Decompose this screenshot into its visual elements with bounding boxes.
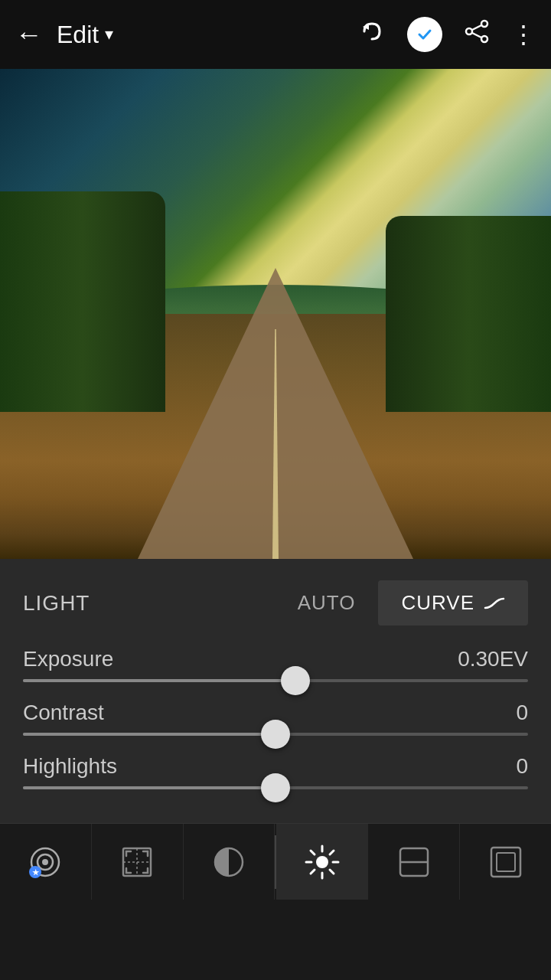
contrast-row: Contrast 0 (23, 701, 528, 736)
svg-point-1 (415, 24, 435, 44)
share-button[interactable] (464, 18, 490, 51)
sliders-container: Exposure 0.30EV Contrast 0 Highlights (0, 647, 551, 823)
curve-icon (484, 596, 505, 611)
contrast-thumb[interactable] (261, 720, 290, 749)
chevron-down-icon: ▾ (105, 24, 113, 44)
exposure-value: 0.30EV (458, 647, 528, 671)
title-text: Edit (57, 21, 99, 49)
exposure-track[interactable] (23, 679, 528, 682)
auto-button[interactable]: AUTO (275, 582, 379, 624)
presets-icon: ★ (28, 844, 63, 880)
more-menu-button[interactable]: ⋮ (511, 20, 536, 49)
bottom-toolbar: ★ (0, 823, 551, 900)
svg-line-21 (311, 851, 315, 854)
toolbar-item-vignette[interactable] (460, 824, 551, 900)
adjustments-panel: LIGHT AUTO CURVE Exposure 0.30EV Contras… (0, 559, 551, 823)
svg-line-24 (311, 870, 315, 874)
svg-point-3 (481, 36, 487, 42)
exposure-thumb[interactable] (281, 666, 310, 695)
section-label: LIGHT (23, 591, 275, 616)
svg-line-23 (330, 851, 334, 854)
svg-rect-27 (491, 848, 520, 877)
back-button[interactable]: ← (15, 18, 43, 51)
svg-point-16 (316, 856, 328, 868)
light-icon (305, 844, 340, 880)
svg-line-5 (472, 25, 481, 30)
transform-icon (119, 844, 155, 880)
exposure-fill (23, 679, 295, 682)
exposure-row: Exposure 0.30EV (23, 647, 528, 682)
toolbar-icons: ⋮ (358, 17, 536, 52)
svg-point-9 (42, 859, 48, 865)
selective-icon (211, 844, 246, 880)
toolbar-item-color[interactable] (368, 824, 460, 900)
svg-point-4 (466, 28, 472, 34)
light-section-header: LIGHT AUTO CURVE (0, 559, 551, 647)
svg-rect-28 (497, 853, 515, 871)
highlights-fill (23, 786, 276, 789)
svg-text:★: ★ (32, 868, 40, 877)
highlights-thumb[interactable] (261, 773, 290, 802)
contrast-label: Contrast (23, 701, 104, 725)
curve-button[interactable]: CURVE (378, 580, 528, 626)
toolbar-item-presets[interactable]: ★ (0, 824, 92, 900)
highlights-value: 0 (516, 754, 528, 779)
toolbar-item-light[interactable] (276, 824, 368, 900)
svg-line-6 (472, 33, 481, 38)
top-bar: ← Edit ▾ (0, 0, 551, 69)
toolbar-item-selective[interactable] (184, 824, 276, 900)
contrast-value: 0 (516, 701, 528, 725)
toolbar-item-transform[interactable] (92, 824, 184, 900)
undo-button[interactable] (358, 18, 386, 51)
highlights-row: Highlights 0 (23, 754, 528, 789)
vignette-icon (488, 844, 523, 880)
highlights-label: Highlights (23, 754, 117, 779)
confirm-button[interactable] (407, 17, 442, 52)
svg-point-2 (481, 21, 487, 27)
color-icon (396, 844, 432, 880)
contrast-fill (23, 733, 276, 736)
page-title[interactable]: Edit ▾ (57, 21, 113, 49)
photo-preview (0, 69, 551, 559)
highlights-track[interactable] (23, 786, 528, 789)
curve-label: CURVE (401, 591, 474, 615)
exposure-header: Exposure 0.30EV (23, 647, 528, 671)
exposure-label: Exposure (23, 647, 113, 671)
contrast-track[interactable] (23, 733, 528, 736)
svg-line-22 (330, 870, 334, 874)
